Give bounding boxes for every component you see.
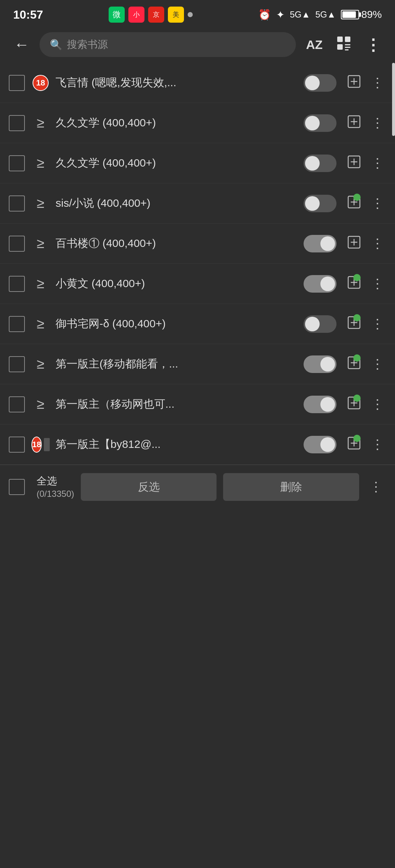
- search-placeholder: 搜索书源: [67, 38, 108, 52]
- edit-button-3[interactable]: [347, 155, 361, 172]
- source-icon-10: 18: [31, 435, 50, 454]
- source-icon-9: ≥: [31, 395, 50, 414]
- bottom-bar: 全选 (0/13350) 反选 删除 ⋮: [0, 465, 395, 509]
- alarm-icon: ⏰: [258, 9, 271, 21]
- toggle-8[interactable]: [304, 355, 336, 373]
- time: 10:57: [13, 8, 43, 22]
- list-item: ≥ 第一版主(移动都能看，... ⋮: [0, 344, 395, 384]
- more-button-3[interactable]: ⋮: [369, 156, 386, 171]
- source-list: 18 飞言情 (嗯嗯,发现失效,... ⋮ ≥ 久久文学 (400,400+) …: [0, 63, 395, 465]
- green-dot-6: [353, 274, 361, 281]
- toggle-5[interactable]: [304, 235, 336, 252]
- more-button-7[interactable]: ⋮: [369, 316, 386, 332]
- more-button-5[interactable]: ⋮: [369, 236, 386, 251]
- list-item: ≥ 久久文学 (400,400+) ⋮: [0, 103, 395, 143]
- checkbox-4[interactable]: [9, 195, 25, 212]
- checkbox-2[interactable]: [9, 115, 25, 131]
- svg-rect-0: [337, 37, 343, 42]
- svg-rect-5: [345, 49, 349, 50]
- more-button-6[interactable]: ⋮: [369, 276, 386, 292]
- source-icon-8: ≥: [31, 355, 50, 373]
- bluetooth-icon: ✦: [276, 9, 285, 21]
- checkbox-1[interactable]: [9, 75, 25, 91]
- source-name-2: 久久文学 (400,400+): [56, 115, 304, 130]
- invert-select-button[interactable]: 反选: [81, 473, 217, 501]
- source-name-4: sis/小说 (400,400+): [56, 196, 304, 211]
- signal2-icon: 5G▲: [315, 9, 336, 20]
- more-button-10[interactable]: ⋮: [369, 437, 386, 452]
- select-all-checkbox[interactable]: [9, 479, 25, 495]
- green-dot-9: [353, 395, 361, 402]
- more-button-8[interactable]: ⋮: [369, 357, 386, 372]
- source-icon-1: 18: [31, 74, 50, 92]
- signal-icon: 5G▲: [290, 9, 310, 20]
- more-menu-button[interactable]: ⋮: [361, 32, 385, 58]
- bottom-more-button[interactable]: ⋮: [366, 479, 386, 495]
- dot-icon: [188, 12, 193, 17]
- svg-rect-4: [345, 47, 350, 48]
- source-icon-3: ≥: [31, 154, 50, 172]
- list-item: ≥ 久久文学 (400,400+) ⋮: [0, 143, 395, 183]
- checkbox-7[interactable]: [9, 316, 25, 332]
- back-button[interactable]: ←: [10, 36, 33, 53]
- source-name-8: 第一版主(移动都能看，...: [56, 357, 304, 372]
- scrollbar[interactable]: [392, 63, 395, 136]
- source-name-7: 御书宅网-δ (400,400+): [56, 316, 304, 331]
- list-item: 18 第一版主【by812@... ⋮: [0, 425, 395, 465]
- edit-button-2[interactable]: [347, 114, 361, 132]
- source-name-9: 第一版主（移动网也可...: [56, 397, 304, 412]
- source-name-5: 百书楼① (400,400+): [56, 236, 304, 251]
- select-all-label: 全选 (0/13350): [37, 475, 74, 499]
- checkbox-10[interactable]: [9, 437, 25, 453]
- toggle-6[interactable]: [304, 275, 336, 293]
- source-icon-7: ≥: [31, 315, 50, 333]
- svg-rect-2: [337, 44, 343, 50]
- toggle-3[interactable]: [304, 155, 336, 172]
- toggle-4[interactable]: [304, 195, 336, 212]
- svg-rect-3: [345, 44, 350, 45]
- xiaohongshu-icon: 小: [128, 7, 144, 23]
- checkbox-5[interactable]: [9, 236, 25, 252]
- green-dot-7: [353, 314, 361, 321]
- toolbar: ← 🔍 搜索书源 AZ ⋮: [0, 26, 395, 63]
- more-button-2[interactable]: ⋮: [369, 115, 386, 131]
- green-dot-10: [353, 435, 361, 442]
- green-dot-8: [353, 354, 361, 362]
- source-name-6: 小黄文 (400,400+): [56, 276, 304, 291]
- edit-button-1[interactable]: [347, 74, 361, 92]
- battery-pct: 89%: [361, 9, 382, 20]
- edit-button-5[interactable]: [347, 235, 361, 252]
- search-bar[interactable]: 🔍 搜索书源: [40, 32, 296, 57]
- more-button-1[interactable]: ⋮: [369, 75, 386, 91]
- grid-view-button[interactable]: [333, 32, 355, 57]
- svg-rect-1: [345, 37, 350, 42]
- sort-az-button[interactable]: AZ: [302, 34, 326, 56]
- more-button-9[interactable]: ⋮: [369, 397, 386, 412]
- select-all-area: 全选 (0/13350): [9, 475, 74, 499]
- checkbox-9[interactable]: [9, 396, 25, 412]
- checkbox-3[interactable]: [9, 155, 25, 171]
- toggle-10[interactable]: [304, 436, 336, 453]
- app-icons: 微 小 京 美: [109, 7, 193, 23]
- more-button-4[interactable]: ⋮: [369, 196, 386, 211]
- toggle-1[interactable]: [304, 74, 336, 92]
- source-icon-4: ≥: [31, 194, 50, 213]
- square-badge-10: [44, 438, 50, 451]
- toggle-2[interactable]: [304, 114, 336, 132]
- list-item: ≥ 第一版主（移动网也可... ⋮: [0, 384, 395, 425]
- age-badge-10: 18: [31, 437, 42, 453]
- source-name-1: 飞言情 (嗯嗯,发现失效,...: [56, 75, 304, 90]
- jingdong-icon: 京: [148, 7, 164, 23]
- checkbox-8[interactable]: [9, 356, 25, 372]
- search-icon: 🔍: [50, 39, 63, 51]
- status-right: ⏰ ✦ 5G▲ 5G▲ 89%: [258, 9, 382, 21]
- toggle-9[interactable]: [304, 396, 336, 413]
- list-item: ≥ 御书宅网-δ (400,400+) ⋮: [0, 304, 395, 344]
- delete-button[interactable]: 删除: [223, 473, 359, 501]
- wechat-icon: 微: [109, 7, 125, 23]
- source-name-10: 第一版主【by812@...: [56, 437, 304, 452]
- list-item: ≥ sis/小说 (400,400+) ⋮: [0, 183, 395, 224]
- list-item: ≥ 百书楼① (400,400+) ⋮: [0, 224, 395, 264]
- toggle-7[interactable]: [304, 315, 336, 333]
- checkbox-6[interactable]: [9, 276, 25, 292]
